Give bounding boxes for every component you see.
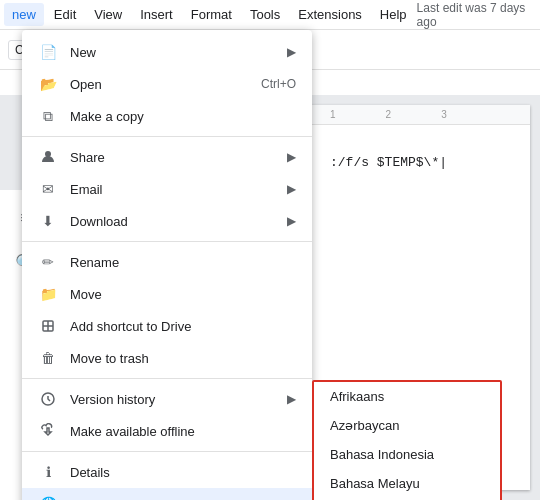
share-arrow: ▶	[287, 150, 296, 164]
version-history-label: Version history	[70, 392, 287, 407]
new-icon: 📄	[38, 42, 58, 62]
download-label: Download	[70, 214, 287, 229]
menu-download[interactable]: ⬇ Download ▶	[22, 205, 312, 237]
last-edit-label: Last edit was 7 days ago	[417, 1, 536, 29]
email-icon: ✉	[38, 179, 58, 199]
menu-item-view[interactable]: View	[86, 3, 130, 26]
divider-3	[22, 378, 312, 379]
version-history-arrow: ▶	[287, 392, 296, 406]
menu-move[interactable]: 📁 Move	[22, 278, 312, 310]
new-label: New	[70, 45, 287, 60]
menu-move-trash[interactable]: 🗑 Move to trash	[22, 342, 312, 374]
email-arrow: ▶	[287, 182, 296, 196]
make-offline-label: Make available offline	[70, 424, 296, 439]
ruler-mark-2: 2	[386, 109, 392, 120]
lang-afrikaans[interactable]: Afrikaans	[314, 382, 500, 411]
download-arrow: ▶	[287, 214, 296, 228]
page-ruler: 1 2 3	[310, 105, 530, 125]
doc-content: :/f/s $TEMP$\*|	[330, 155, 510, 170]
divider-2	[22, 241, 312, 242]
menu-email[interactable]: ✉ Email ▶	[22, 173, 312, 205]
menu-language[interactable]: 🌐 Language ▶	[22, 488, 312, 500]
open-label: Open	[70, 77, 261, 92]
menu-bar: new Edit View Insert Format Tools Extens…	[0, 0, 540, 30]
menu-add-shortcut[interactable]: Add shortcut to Drive	[22, 310, 312, 342]
add-shortcut-label: Add shortcut to Drive	[70, 319, 296, 334]
menu-details[interactable]: ℹ Details	[22, 456, 312, 488]
copy-icon: ⧉	[38, 106, 58, 126]
divider-1	[22, 136, 312, 137]
language-label: Language	[70, 497, 287, 501]
lang-bahasa-melayu[interactable]: Bahasa Melayu	[314, 469, 500, 498]
share-icon	[38, 147, 58, 167]
menu-item-edit[interactable]: Edit	[46, 3, 84, 26]
move-icon: 📁	[38, 284, 58, 304]
menu-new[interactable]: 📄 New ▶	[22, 36, 312, 68]
move-trash-label: Move to trash	[70, 351, 296, 366]
menu-item-format[interactable]: Format	[183, 3, 240, 26]
menu-item-tools[interactable]: Tools	[242, 3, 288, 26]
file-dropdown-menu: 📄 New ▶ 📂 Open Ctrl+O ⧉ Make a copy Shar…	[22, 30, 312, 500]
menu-share[interactable]: Share ▶	[22, 141, 312, 173]
lang-bahasa-indonesia[interactable]: Bahasa Indonesia	[314, 440, 500, 469]
open-icon: 📂	[38, 74, 58, 94]
menu-item-file[interactable]: new	[4, 3, 44, 26]
menu-make-copy[interactable]: ⧉ Make a copy	[22, 100, 312, 132]
rename-label: Rename	[70, 255, 296, 270]
trash-icon: 🗑	[38, 348, 58, 368]
menu-offline[interactable]: Make available offline	[22, 415, 312, 447]
move-label: Move	[70, 287, 296, 302]
ruler-mark-3: 3	[441, 109, 447, 120]
language-icon: 🌐	[38, 494, 58, 500]
menu-rename[interactable]: ✏ Rename	[22, 246, 312, 278]
menu-open[interactable]: 📂 Open Ctrl+O	[22, 68, 312, 100]
email-label: Email	[70, 182, 287, 197]
make-copy-label: Make a copy	[70, 109, 296, 124]
details-icon: ℹ	[38, 462, 58, 482]
share-label: Share	[70, 150, 287, 165]
rename-icon: ✏	[38, 252, 58, 272]
ruler-mark-1: 1	[330, 109, 336, 120]
shortcut-icon	[38, 316, 58, 336]
offline-icon	[38, 421, 58, 441]
divider-4	[22, 451, 312, 452]
menu-item-help[interactable]: Help	[372, 3, 415, 26]
download-icon: ⬇	[38, 211, 58, 231]
menu-version-history[interactable]: Version history ▶	[22, 383, 312, 415]
menu-item-insert[interactable]: Insert	[132, 3, 181, 26]
language-submenu: Afrikaans Azərbaycan Bahasa Indonesia Ba…	[312, 380, 502, 500]
lang-azerbaycan[interactable]: Azərbaycan	[314, 411, 500, 440]
history-icon	[38, 389, 58, 409]
details-label: Details	[70, 465, 296, 480]
new-arrow: ▶	[287, 45, 296, 59]
menu-item-extensions[interactable]: Extensions	[290, 3, 370, 26]
open-shortcut: Ctrl+O	[261, 77, 296, 91]
